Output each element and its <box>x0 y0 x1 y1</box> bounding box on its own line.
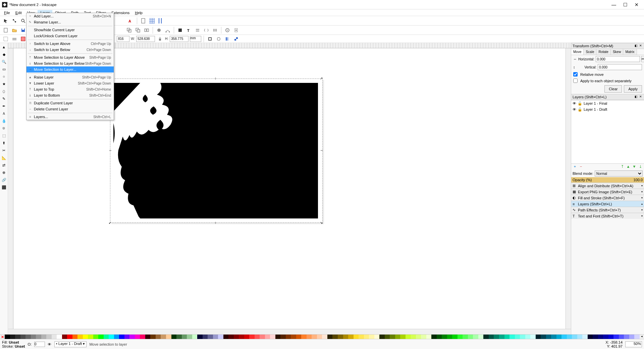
color-swatch[interactable] <box>93 335 99 339</box>
gradient-tool[interactable]: 💧 <box>1 117 7 124</box>
color-swatch[interactable] <box>369 335 374 339</box>
color-swatch[interactable] <box>20 335 26 339</box>
color-swatch[interactable] <box>171 335 177 339</box>
color-swatch[interactable] <box>483 335 489 339</box>
color-swatch[interactable] <box>536 335 541 339</box>
color-swatch[interactable] <box>114 335 119 339</box>
color-swatch[interactable] <box>223 335 229 339</box>
color-swatch[interactable] <box>260 335 265 339</box>
node-tool[interactable]: ◆ <box>1 51 7 58</box>
color-swatch[interactable] <box>478 335 484 339</box>
grid-icon[interactable] <box>148 17 156 24</box>
scale-handle-w[interactable]: ↔ <box>109 149 111 152</box>
color-swatch[interactable] <box>374 335 380 339</box>
text-tool[interactable]: Ａ <box>1 110 7 117</box>
color-swatch[interactable] <box>41 335 47 339</box>
docked-panel-text[interactable]: TText and Font (Shift+Ctrl+T)▾ <box>571 213 644 219</box>
color-swatch[interactable] <box>359 335 364 339</box>
color-swatch[interactable] <box>379 335 385 339</box>
horizontal-input[interactable] <box>596 56 640 62</box>
color-swatch[interactable] <box>270 335 275 339</box>
guides-icon[interactable] <box>157 17 164 24</box>
fill-stroke-indicator[interactable]: Fill: Unset Stroke: Unset <box>2 340 25 348</box>
selector-tool[interactable]: ▲ <box>1 44 7 50</box>
color-swatch[interactable] <box>530 335 536 339</box>
color-swatch[interactable] <box>509 335 515 339</box>
color-swatch[interactable] <box>515 335 520 339</box>
menu-item-raise-layer[interactable]: ▲Raise LayerShift+Ctrl+Page Up <box>26 74 114 80</box>
scale-handle-ne[interactable]: ↗ <box>320 77 323 80</box>
color-swatch[interactable] <box>561 335 567 339</box>
layers-dialog-icon[interactable] <box>194 27 201 34</box>
color-swatch[interactable] <box>437 335 442 339</box>
color-swatch[interactable] <box>176 335 182 339</box>
menu-item-add-layer-[interactable]: +Add Layer...Shift+Ctrl+N <box>26 13 114 19</box>
color-swatch[interactable] <box>629 335 635 339</box>
scale-handle-se[interactable]: ↘ <box>320 221 323 224</box>
ruler-vertical[interactable] <box>8 48 13 329</box>
color-swatch[interactable] <box>161 335 166 339</box>
color-swatch[interactable] <box>624 335 629 339</box>
layer-visibility-icon[interactable]: 👁 <box>573 101 576 105</box>
doc-props-icon[interactable] <box>232 27 240 34</box>
close-button[interactable]: ✕ <box>634 2 639 7</box>
rect-tool[interactable]: ▭ <box>1 66 7 72</box>
layer-lock-icon[interactable]: 🔓 <box>578 101 582 106</box>
color-swatch[interactable] <box>46 335 52 339</box>
maximize-button[interactable]: ☐ <box>623 2 628 7</box>
color-swatch[interactable] <box>203 335 208 339</box>
transform-tab-matrix[interactable]: Matrix <box>623 49 637 55</box>
xml-editor-icon[interactable] <box>203 27 210 34</box>
color-swatch[interactable] <box>520 335 525 339</box>
affect-stroke-icon[interactable] <box>206 35 214 43</box>
color-swatch[interactable] <box>208 335 213 339</box>
affect-pattern-icon[interactable] <box>232 35 240 43</box>
zoom-tool[interactable]: 🔍 <box>1 58 7 65</box>
affect-corner-icon[interactable] <box>215 35 222 43</box>
color-swatch[interactable] <box>104 335 109 339</box>
lock-aspect-icon[interactable] <box>156 35 164 43</box>
apply-button[interactable]: Apply <box>624 85 642 93</box>
color-swatch[interactable] <box>109 335 114 339</box>
color-swatch[interactable] <box>608 335 614 339</box>
color-swatch[interactable] <box>140 335 145 339</box>
color-swatch[interactable] <box>57 335 62 339</box>
transform-unit-select[interactable]: mm <box>641 56 644 62</box>
layer-row[interactable]: 👁🔓Layer 1 - Draft <box>571 106 644 112</box>
color-swatch[interactable] <box>364 335 369 339</box>
color-swatch[interactable] <box>546 335 551 339</box>
color-swatch[interactable] <box>286 335 291 339</box>
color-swatch[interactable] <box>395 335 400 339</box>
opacity-row[interactable]: Opacity (%) 100.0 <box>571 177 644 183</box>
color-swatch[interactable] <box>124 335 130 339</box>
color-swatch[interactable] <box>239 335 244 339</box>
scale-handle-s[interactable]: ↕ <box>215 221 217 224</box>
menu-item-layer-to-top[interactable]: ⤒Layer to TopShift+Ctrl+Home <box>26 86 114 92</box>
color-swatch[interactable] <box>332 335 338 339</box>
color-swatch[interactable] <box>567 335 572 339</box>
color-swatch[interactable] <box>499 335 504 339</box>
scale-handle-e[interactable]: ↔ <box>320 149 323 152</box>
vertical-scrollbar[interactable] <box>566 48 571 329</box>
node-edit-icon[interactable] <box>164 27 171 34</box>
color-swatch[interactable] <box>390 335 395 339</box>
color-swatch[interactable] <box>228 335 234 339</box>
docked-panel-align[interactable]: ⊞Align and Distribute (Shift+Ctrl+A)▾ <box>571 183 644 189</box>
layer-visibility-toggle[interactable]: 👁 <box>48 342 52 346</box>
color-swatch[interactable] <box>218 335 223 339</box>
bucket-tool[interactable]: ⬚ <box>1 132 7 139</box>
zoom-input[interactable]: 50% <box>625 341 642 347</box>
menu-help[interactable]: Help <box>132 10 145 15</box>
color-swatch[interactable] <box>613 335 619 339</box>
color-swatch[interactable] <box>442 335 447 339</box>
panel-undock-icon[interactable]: ◧ <box>634 44 638 48</box>
layer-lock-icon[interactable]: 🔓 <box>578 107 582 112</box>
page-icon[interactable] <box>140 17 147 24</box>
master-opacity-input[interactable] <box>34 342 45 347</box>
color-swatch[interactable] <box>354 335 359 339</box>
new-doc-icon[interactable] <box>2 27 9 34</box>
menu-item-layer-to-bottom[interactable]: ⤓Layer to BottomShift+Ctrl+End <box>26 92 114 98</box>
color-swatch[interactable] <box>458 335 463 339</box>
color-swatch[interactable] <box>619 335 624 339</box>
menu-item-show-hide-current-layer[interactable]: Show/hide Current Layer <box>26 27 114 33</box>
